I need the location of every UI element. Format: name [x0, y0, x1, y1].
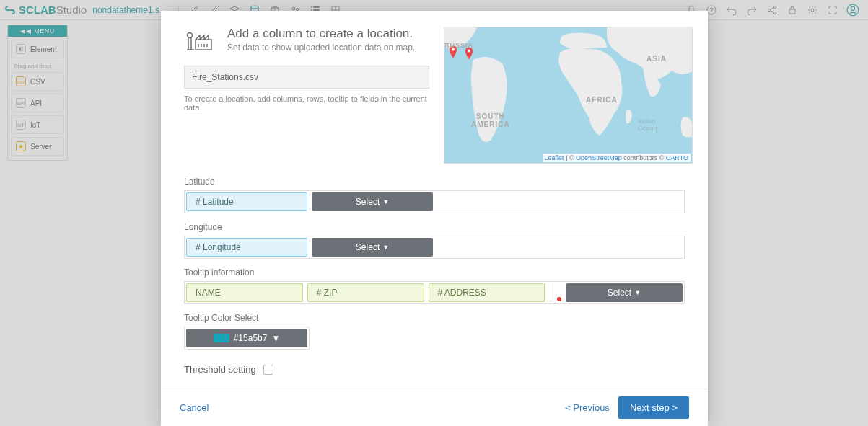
factory-icon: [184, 27, 213, 53]
location-hint: To create a location, add columns, rows,…: [184, 94, 429, 112]
caret-down-icon: ▼: [271, 333, 280, 343]
latitude-select-button[interactable]: Select▼: [312, 192, 433, 211]
threshold-label: Threshold setting: [184, 364, 256, 375]
location-modal: Add a column to create a location. Set d…: [161, 11, 708, 426]
color-swatch: [214, 334, 229, 342]
longitude-chip[interactable]: # Longitude: [186, 238, 307, 257]
label-africa: AFRICA: [586, 96, 618, 104]
modal-footer: Cancel < Previous Next step >: [161, 389, 708, 426]
modal-title: Add a column to create a location.: [227, 27, 415, 41]
latitude-chip[interactable]: # Latitude: [186, 192, 307, 211]
threshold-checkbox[interactable]: [263, 365, 273, 375]
longitude-row: # Longitude Select▼: [184, 236, 685, 259]
caret-down-icon: ▼: [634, 289, 641, 296]
modal-subtitle: Set data to show uploaded location data …: [227, 43, 415, 53]
svg-rect-12: [196, 40, 211, 50]
map-preview[interactable]: AFRICA ASIA RUSSIA SOUTH AMERICA Indian …: [444, 27, 693, 164]
tooltip-color-label: Tooltip Color Select: [184, 313, 685, 323]
leaflet-link[interactable]: Leaflet: [545, 154, 564, 161]
caret-down-icon: ▼: [382, 198, 389, 205]
color-select-button[interactable]: #15a5b7 ▼: [186, 329, 307, 347]
previous-button[interactable]: < Previous: [565, 402, 610, 413]
carto-link[interactable]: CARTO: [666, 154, 688, 161]
tooltip-chip-zip[interactable]: # ZIP: [307, 283, 424, 302]
tooltip-row: NAME # ZIP # ADDRESS Select▼: [184, 281, 685, 304]
longitude-label: Longitude: [184, 222, 685, 232]
map-attribution: Leaflet | © OpenStreetMap contributors ©…: [543, 154, 691, 162]
cancel-button[interactable]: Cancel: [180, 402, 209, 413]
next-step-button[interactable]: Next step >: [618, 396, 689, 419]
tooltip-select-button[interactable]: Select▼: [566, 283, 683, 302]
caret-down-icon: ▼: [382, 244, 389, 251]
color-row: #15a5b7 ▼: [184, 327, 310, 350]
label-russia: RUSSIA: [444, 42, 473, 49]
required-dot-icon: [557, 297, 561, 301]
threshold-row: Threshold setting: [184, 364, 685, 375]
latitude-row: # Latitude Select▼: [184, 190, 685, 213]
tooltip-chip-address[interactable]: # ADDRESS: [429, 283, 545, 302]
label-south-america: SOUTH AMERICA: [471, 112, 510, 128]
file-name-field: Fire_Stations.csv: [184, 66, 429, 89]
label-asia: ASIA: [646, 55, 667, 63]
osm-link[interactable]: OpenStreetMap: [576, 154, 622, 161]
label-indian-ocean: Indian Ocean: [638, 117, 657, 132]
longitude-select-button[interactable]: Select▼: [312, 238, 433, 257]
latitude-label: Latitude: [184, 177, 685, 187]
svg-point-16: [468, 50, 470, 53]
tooltip-label: Tooltip information: [184, 267, 685, 278]
tooltip-chip-name[interactable]: NAME: [186, 283, 303, 302]
